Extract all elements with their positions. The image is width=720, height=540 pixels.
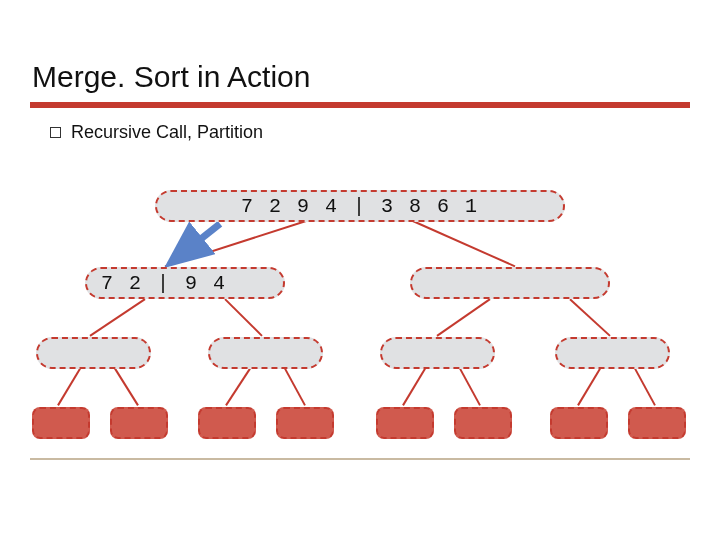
- node-root: 7 2 9 4 | 3 8 6 1: [155, 190, 565, 222]
- bullet-text: Recursive Call, Partition: [71, 122, 263, 143]
- square-bullet-icon: [50, 127, 61, 138]
- svg-line-2: [90, 299, 145, 336]
- node-l2-3: [555, 337, 670, 369]
- leaf-0: [32, 407, 90, 439]
- svg-line-1: [410, 220, 515, 267]
- node-l1-right: [410, 267, 610, 299]
- svg-line-11: [460, 369, 480, 406]
- leaf-7: [628, 407, 686, 439]
- leaf-2: [198, 407, 256, 439]
- svg-line-12: [578, 369, 600, 406]
- page-title: Merge. Sort in Action: [0, 0, 720, 102]
- svg-line-9: [285, 369, 305, 406]
- leaf-1: [110, 407, 168, 439]
- leaf-4: [376, 407, 434, 439]
- leaf-6: [550, 407, 608, 439]
- svg-line-6: [58, 369, 80, 406]
- node-l2-2: [380, 337, 495, 369]
- node-l1-left: 7 2 | 9 4: [85, 267, 285, 299]
- node-root-label: 7 2 9 4 | 3 8 6 1: [241, 195, 479, 218]
- svg-line-3: [225, 299, 262, 336]
- svg-line-15: [175, 224, 220, 260]
- diagram-stage: 7 2 9 4 | 3 8 6 1 7 2 | 9 4: [30, 182, 690, 460]
- svg-line-4: [437, 299, 490, 336]
- svg-line-10: [403, 369, 425, 406]
- svg-line-0: [165, 220, 310, 267]
- svg-line-8: [226, 369, 250, 406]
- leaf-3: [276, 407, 334, 439]
- node-l2-0: [36, 337, 151, 369]
- node-l1-left-label: 7 2 | 9 4: [101, 272, 227, 295]
- leaf-5: [454, 407, 512, 439]
- title-underline: [30, 102, 690, 108]
- svg-line-7: [115, 369, 138, 406]
- bullet-item: Recursive Call, Partition: [50, 122, 720, 143]
- svg-line-5: [570, 299, 610, 336]
- node-l2-1: [208, 337, 323, 369]
- svg-line-13: [635, 369, 655, 406]
